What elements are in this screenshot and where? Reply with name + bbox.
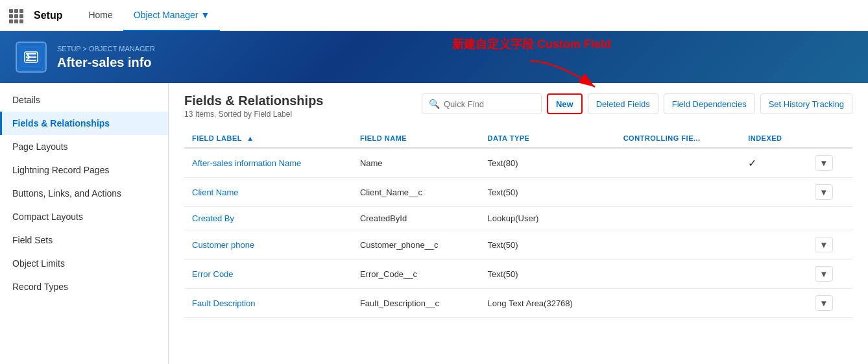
- controlling-field-cell: [616, 148, 740, 178]
- indexed-cell: [740, 260, 807, 289]
- controlling-field-cell: [616, 230, 740, 260]
- row-dropdown-button[interactable]: ▼: [815, 155, 833, 171]
- data-type-cell: Text(50): [480, 178, 616, 207]
- field-label-link[interactable]: Created By: [192, 213, 234, 223]
- actions-cell: ▼: [807, 260, 852, 289]
- content-area: Fields & Relationships 13 Items, Sorted …: [169, 83, 868, 364]
- actions-cell: ▼: [807, 178, 852, 207]
- col-field-name: FIELD NAME: [352, 129, 480, 148]
- chevron-down-icon: ▼: [819, 269, 828, 279]
- field-name-cell: Fault_Description__c: [352, 289, 480, 318]
- page-title: After-sales info: [57, 55, 155, 70]
- field-label-link[interactable]: Client Name: [192, 188, 239, 197]
- field-name-cell: Name: [352, 148, 480, 178]
- check-icon: ✓: [748, 158, 756, 169]
- row-dropdown-button[interactable]: ▼: [815, 266, 833, 282]
- sidebar-item-buttons-links-actions[interactable]: Buttons, Links, and Actions: [0, 182, 168, 205]
- field-label-link[interactable]: After-sales information Name: [192, 158, 301, 168]
- indexed-cell: [740, 207, 807, 230]
- breadcrumb-object-manager[interactable]: OBJECT MANAGER: [89, 45, 155, 53]
- main-layout: Details Fields & Relationships Page Layo…: [0, 83, 868, 364]
- indexed-cell: ✓: [740, 148, 807, 178]
- actions-cell: ▼: [807, 289, 852, 318]
- sidebar-item-object-limits[interactable]: Object Limits: [0, 252, 168, 275]
- data-type-cell: Text(80): [480, 148, 616, 178]
- chevron-down-icon: ▼: [819, 240, 828, 250]
- search-icon: 🔍: [429, 99, 440, 109]
- chevron-down-icon: ▼: [819, 298, 828, 308]
- quick-find-input[interactable]: [444, 99, 535, 109]
- breadcrumb: SETUP > OBJECT MANAGER: [57, 45, 155, 53]
- page-header: SETUP > OBJECT MANAGER After-sales info …: [0, 31, 868, 83]
- table-row: Created ByCreatedByIdLookup(User): [184, 207, 852, 230]
- deleted-fields-button[interactable]: Deleted Fields: [588, 93, 658, 114]
- col-data-type: DATA TYPE: [480, 129, 616, 148]
- col-indexed: INDEXED: [740, 129, 807, 148]
- col-actions-header: [807, 129, 852, 148]
- app-name: Setup: [34, 10, 62, 21]
- sidebar-item-compact-layouts[interactable]: Compact Layouts: [0, 205, 168, 228]
- data-type-cell: Text(50): [480, 230, 616, 260]
- data-type-cell: Lookup(User): [480, 207, 616, 230]
- row-dropdown-button[interactable]: ▼: [815, 237, 833, 252]
- content-subtitle: 13 Items, Sorted by Field Label: [184, 110, 323, 119]
- field-label-link[interactable]: Customer phone: [192, 240, 254, 250]
- table-row: Error CodeError_Code__cText(50)▼: [184, 260, 852, 289]
- new-button[interactable]: New: [547, 93, 583, 114]
- controlling-field-cell: [616, 289, 740, 318]
- fields-table: FIELD LABEL ▲ FIELD NAME DATA TYPE CONTR…: [184, 129, 852, 318]
- table-row: Client NameClient_Name__cText(50)▼: [184, 178, 852, 207]
- nav-home[interactable]: Home: [78, 0, 123, 31]
- chevron-down-icon: ▼: [200, 10, 210, 20]
- chevron-down-icon: ▼: [819, 158, 828, 168]
- top-navigation: Setup Home Object Manager ▼: [0, 0, 868, 31]
- data-type-cell: Long Text Area(32768): [480, 289, 616, 318]
- sidebar: Details Fields & Relationships Page Layo…: [0, 83, 169, 364]
- field-dependencies-button[interactable]: Field Dependencies: [664, 93, 755, 114]
- content-title: Fields & Relationships: [184, 93, 323, 108]
- col-field-label[interactable]: FIELD LABEL ▲: [184, 129, 352, 148]
- indexed-cell: [740, 289, 807, 318]
- sidebar-item-field-sets[interactable]: Field Sets: [0, 228, 168, 252]
- indexed-cell: [740, 178, 807, 207]
- quick-find-search[interactable]: 🔍: [422, 93, 542, 114]
- col-controlling-field: CONTROLLING FIE...: [616, 129, 740, 148]
- sidebar-item-lightning-record-pages[interactable]: Lightning Record Pages: [0, 158, 168, 182]
- data-type-cell: Text(50): [480, 260, 616, 289]
- field-label-link[interactable]: Error Code: [192, 269, 234, 279]
- table-row: Customer phoneCustomer_phone__cText(50)▼: [184, 230, 852, 260]
- sidebar-item-fields-relationships[interactable]: Fields & Relationships: [0, 112, 168, 135]
- field-name-cell: CreatedById: [352, 207, 480, 230]
- set-history-tracking-button[interactable]: Set History Tracking: [760, 93, 852, 114]
- content-actions: 🔍 New Deleted Fields Field Dependencies …: [422, 93, 852, 114]
- field-name-cell: Error_Code__c: [352, 260, 480, 289]
- sidebar-item-details[interactable]: Details: [0, 88, 168, 112]
- sidebar-item-record-types[interactable]: Record Types: [0, 275, 168, 298]
- header-text-block: SETUP > OBJECT MANAGER After-sales info: [57, 45, 155, 70]
- controlling-field-cell: [616, 178, 740, 207]
- sort-arrow-icon: ▲: [247, 134, 254, 142]
- object-icon: [16, 42, 47, 73]
- field-label-link[interactable]: Fault Description: [192, 298, 256, 308]
- row-dropdown-button[interactable]: ▼: [815, 295, 833, 311]
- chevron-down-icon: ▼: [819, 188, 828, 197]
- field-name-cell: Client_Name__c: [352, 178, 480, 207]
- indexed-cell: [740, 230, 807, 260]
- actions-cell: [807, 207, 852, 230]
- nav-links: Home Object Manager ▼: [78, 0, 220, 31]
- content-header: Fields & Relationships 13 Items, Sorted …: [184, 93, 852, 119]
- table-row: Fault DescriptionFault_Description__cLon…: [184, 289, 852, 318]
- breadcrumb-setup[interactable]: SETUP: [57, 45, 80, 53]
- field-name-cell: Customer_phone__c: [352, 230, 480, 260]
- sidebar-item-page-layouts[interactable]: Page Layouts: [0, 135, 168, 158]
- actions-cell: ▼: [807, 230, 852, 260]
- nav-object-manager[interactable]: Object Manager ▼: [123, 0, 220, 31]
- controlling-field-cell: [616, 207, 740, 230]
- content-title-block: Fields & Relationships 13 Items, Sorted …: [184, 93, 323, 119]
- app-launcher-icon[interactable]: [8, 8, 23, 23]
- row-dropdown-button[interactable]: ▼: [815, 184, 833, 200]
- controlling-field-cell: [616, 260, 740, 289]
- table-row: After-sales information NameNameText(80)…: [184, 148, 852, 178]
- actions-cell: ▼: [807, 148, 852, 178]
